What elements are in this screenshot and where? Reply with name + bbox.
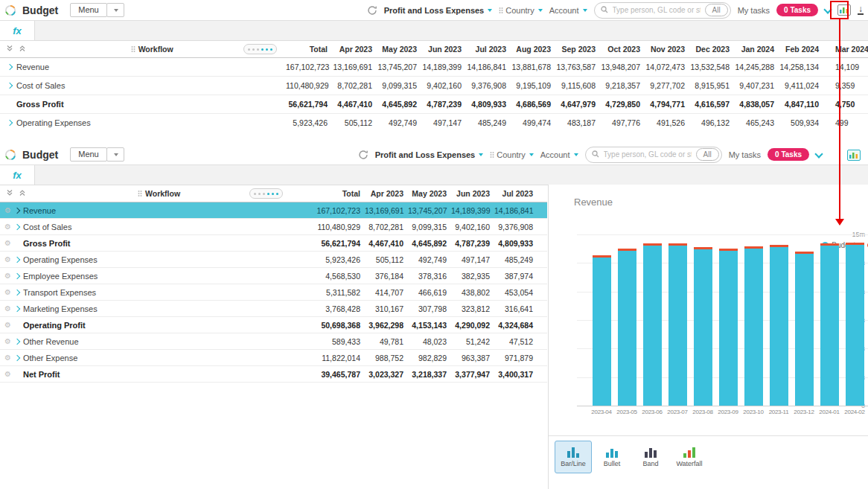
table-row[interactable]: Operating Expenses 5,923,426505,112492,7…	[0, 114, 868, 131]
value-cell[interactable]: 4,838,057	[734, 100, 779, 109]
workflow-column-header[interactable]: Workflow	[138, 189, 249, 198]
value-cell[interactable]: 497,147	[421, 118, 466, 127]
tasks-chevron-icon[interactable]	[823, 5, 832, 13]
value-cell[interactable]: 4,686,569	[511, 100, 555, 109]
row-label-cell[interactable]: ⚙ Employee Expenses	[0, 272, 138, 281]
row-label-cell[interactable]: ⚙ Revenue	[0, 206, 138, 215]
value-cell[interactable]: 589,433	[294, 337, 365, 346]
all-filter-pill[interactable]: All	[696, 148, 719, 161]
value-cell[interactable]: 4,467,410	[365, 239, 408, 248]
chart-type-button[interactable]: Bullet	[593, 441, 631, 473]
column-header[interactable]: Jul 2023	[466, 45, 511, 54]
collapse-all-icon[interactable]	[6, 45, 13, 54]
value-cell[interactable]: 14,189,399	[451, 206, 494, 215]
search-input[interactable]	[611, 5, 702, 15]
value-cell[interactable]: 167,102,723	[286, 63, 332, 71]
chart-view-icon[interactable]	[847, 150, 861, 161]
expand-all-icon[interactable]	[19, 189, 26, 198]
value-cell[interactable]: 8,702,281	[332, 81, 377, 90]
column-pager-widget[interactable]	[243, 44, 277, 54]
bar-2023-07[interactable]	[668, 243, 687, 406]
value-cell[interactable]: 14,109	[823, 63, 868, 71]
expand-icon[interactable]	[14, 338, 20, 344]
row-label-cell[interactable]: ⚙ Net Profit	[0, 370, 138, 379]
value-cell[interactable]: 3,377,947	[451, 370, 494, 379]
gear-icon[interactable]: ⚙	[4, 223, 11, 231]
value-cell[interactable]: 4,568,530	[294, 272, 365, 281]
table-row[interactable]: ⚙ Net Profit 39,465,7873,023,3273,218,33…	[0, 366, 547, 383]
column-header[interactable]: Total	[286, 45, 332, 54]
bar-2023-05[interactable]	[618, 249, 636, 406]
row-label-cell[interactable]: ⚙ Cost of Sales	[0, 223, 138, 231]
value-cell[interactable]: 13,948,207	[600, 63, 645, 71]
value-cell[interactable]: 14,189,399	[421, 63, 466, 71]
country-dropdown[interactable]: Country	[490, 150, 534, 159]
chart-type-button[interactable]: Waterfall	[671, 441, 708, 473]
column-header[interactable]: Dec 2023	[689, 45, 734, 54]
column-pager[interactable]	[243, 44, 286, 54]
value-cell[interactable]: 110,480,929	[294, 223, 365, 231]
table-row[interactable]: ⚙ Operating Profit 50,698,3683,962,2984,…	[0, 317, 547, 333]
dataset-dropdown[interactable]: Profit and Loss Expenses	[375, 150, 483, 159]
value-cell[interactable]: 499	[823, 118, 868, 127]
gear-icon[interactable]: ⚙	[4, 289, 11, 296]
refresh-icon[interactable]	[367, 5, 377, 16]
tasks-chevron-icon[interactable]	[814, 150, 823, 158]
value-cell[interactable]: 4,750	[823, 100, 868, 109]
expand-icon[interactable]	[14, 354, 20, 360]
value-cell[interactable]: 497,147	[451, 255, 494, 264]
workflow-column-header[interactable]: Workflow	[131, 45, 244, 54]
gear-icon[interactable]: ⚙	[4, 240, 11, 247]
value-cell[interactable]: 316,641	[494, 304, 537, 313]
value-cell[interactable]: 110,480,929	[286, 81, 332, 90]
value-cell[interactable]: 3,400,317	[494, 370, 537, 379]
column-header[interactable]: Nov 2023	[645, 45, 689, 54]
table-row[interactable]: ⚙ Other Expense 11,822,014988,752982,829…	[0, 350, 547, 366]
gear-icon[interactable]: ⚙	[4, 272, 11, 280]
column-header[interactable]: Sep 2023	[555, 45, 600, 54]
value-cell[interactable]: 491,526	[645, 118, 689, 127]
value-cell[interactable]: 509,934	[779, 118, 823, 127]
value-cell[interactable]: 49,781	[365, 337, 408, 346]
column-pager-widget[interactable]	[249, 188, 283, 199]
value-cell[interactable]: 5,923,426	[294, 255, 365, 264]
value-cell[interactable]: 971,879	[494, 354, 537, 362]
gear-icon[interactable]: ⚙	[4, 322, 11, 329]
value-cell[interactable]: 378,316	[408, 272, 451, 281]
gear-icon[interactable]: ⚙	[4, 207, 11, 214]
value-cell[interactable]: 4,809,933	[494, 239, 537, 248]
column-header[interactable]: Apr 2023	[332, 45, 377, 54]
table-row[interactable]: Gross Profit 56,621,7944,467,4104,645,89…	[0, 95, 868, 114]
value-cell[interactable]: 9,376,908	[494, 223, 537, 231]
value-cell[interactable]: 9,359	[823, 81, 868, 90]
gear-icon[interactable]: ⚙	[4, 371, 11, 378]
value-cell[interactable]: 438,802	[451, 288, 494, 297]
value-cell[interactable]: 3,023,327	[365, 370, 408, 379]
value-cell[interactable]: 483,187	[555, 118, 600, 127]
value-cell[interactable]: 4,847,110	[779, 100, 823, 109]
value-cell[interactable]: 5,311,582	[294, 288, 365, 297]
value-cell[interactable]: 4,809,933	[466, 100, 511, 109]
value-cell[interactable]: 9,402,160	[421, 81, 466, 90]
bar-2023-12[interactable]	[795, 252, 814, 406]
value-cell[interactable]: 485,249	[466, 118, 511, 127]
expand-icon[interactable]	[14, 305, 20, 311]
column-pager[interactable]	[249, 188, 294, 199]
chart-type-button[interactable]: Band	[632, 441, 669, 473]
chart-view-icon[interactable]	[837, 4, 851, 16]
value-cell[interactable]: 499,474	[511, 118, 555, 127]
value-cell[interactable]: 13,763,587	[555, 63, 600, 71]
value-cell[interactable]: 13,745,207	[377, 63, 421, 71]
table-row[interactable]: ⚙ Operating Expenses 5,923,426505,112492…	[0, 252, 547, 268]
value-cell[interactable]: 50,698,368	[294, 321, 365, 330]
dataset-dropdown[interactable]: Profit and Loss Expenses	[384, 6, 492, 15]
row-label-cell[interactable]: ⚙ Operating Profit	[0, 321, 138, 330]
gear-icon[interactable]: ⚙	[4, 354, 11, 362]
column-header[interactable]: Aug 2023	[511, 45, 555, 54]
value-cell[interactable]: 5,923,426	[286, 118, 332, 127]
bar-2023-10[interactable]	[744, 246, 763, 406]
value-cell[interactable]: 9,376,908	[466, 81, 511, 90]
collapse-all-icon[interactable]	[6, 189, 13, 198]
value-cell[interactable]: 167,102,723	[294, 206, 365, 215]
value-cell[interactable]: 48,023	[408, 337, 451, 346]
